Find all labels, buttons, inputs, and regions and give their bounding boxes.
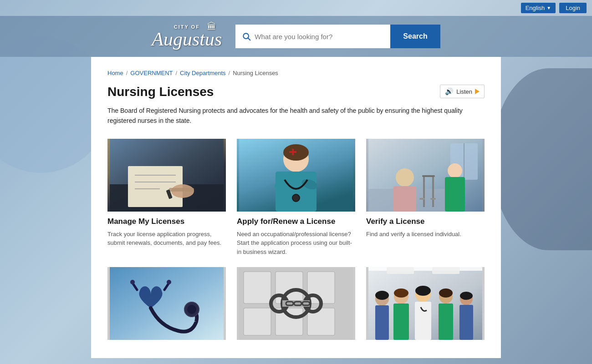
svg-rect-19 [289,151,296,153]
svg-rect-65 [415,302,431,340]
svg-rect-45 [244,308,271,335]
search-icon [242,32,251,41]
svg-point-72 [415,286,431,296]
speaker-icon: 🔊 [445,87,454,96]
search-area: Search [235,25,440,48]
chevron-down-icon: ▼ [546,5,551,10]
card-apply-desc: Need an occupational/professional licens… [237,230,355,257]
login-button[interactable]: Login [559,3,587,13]
card-manage-licenses[interactable]: Manage My Licenses Track your license ap… [107,139,226,257]
page-title-row: Nursing Licenses 🔊 Listen [107,85,485,99]
card-verify-license[interactable]: Verify a License Find and verify a licen… [366,139,485,257]
breadcrumb-government[interactable]: GOVERNMENT [130,70,173,76]
svg-point-38 [130,280,135,284]
page-title: Nursing Licenses [107,85,214,99]
content-wrapper: Home / GOVERNMENT / City Departments / N… [0,57,592,358]
card-image-writing [107,139,226,212]
listen-label: Listen [456,88,472,95]
card-manage-desc: Track your license application progress,… [107,230,226,248]
card-verify-desc: Find and verify a licensed individual. [366,230,485,239]
page-description: The Board of Registered Nursing protects… [107,106,485,126]
svg-rect-9 [169,188,194,192]
svg-rect-43 [276,272,303,303]
listen-button[interactable]: 🔊 Listen [440,85,485,98]
site-logo[interactable]: CITY OF 🏛 Augustus [152,24,222,49]
search-input[interactable] [255,33,384,40]
main-content: Home / GOVERNMENT / City Departments / N… [91,57,501,358]
card-group[interactable] [366,267,485,340]
svg-rect-29 [419,198,425,200]
cards-grid: Manage My Licenses Track your license ap… [107,139,485,340]
breadcrumb-sep-2: / [175,70,177,76]
card-image-handcuffs [237,267,355,340]
card-manage-title: Manage My Licenses [107,217,226,226]
svg-rect-69 [459,305,473,340]
card-stethoscope[interactable] [107,267,226,340]
svg-point-74 [460,292,473,300]
svg-rect-25 [393,186,416,212]
breadcrumb-sep-3: / [229,70,230,76]
svg-rect-63 [393,303,409,340]
svg-rect-26 [423,175,425,207]
breadcrumb-city-departments[interactable]: City Departments [180,70,225,76]
breadcrumb-home[interactable]: Home [107,70,123,76]
card-verify-title: Verify a License [366,217,485,226]
svg-rect-59 [432,267,459,274]
svg-point-16 [292,194,300,202]
svg-point-73 [439,288,453,298]
svg-point-35 [187,305,196,314]
svg-rect-58 [387,267,414,274]
search-button[interactable]: Search [390,25,440,48]
language-button[interactable]: English ▼ [521,3,556,13]
svg-rect-33 [110,267,224,340]
svg-rect-57 [368,267,482,271]
svg-rect-30 [430,198,436,200]
breadcrumb: Home / GOVERNMENT / City Departments / N… [107,70,485,76]
svg-rect-27 [432,175,434,207]
svg-rect-28 [422,175,435,177]
breadcrumb-current: Nursing Licenses [233,70,278,76]
card-apply-license[interactable]: Apply for/Renew a License Need an occupa… [237,139,355,257]
card-image-stethoscope [107,267,226,340]
breadcrumb-sep-1: / [126,70,128,76]
language-label: English [526,5,545,11]
top-bar: English ▼ Login [0,0,592,16]
svg-point-31 [448,163,462,178]
card-image-group [366,267,485,340]
svg-rect-61 [375,305,389,340]
card-apply-title: Apply for/Renew a License [237,217,355,226]
play-icon [475,89,480,94]
svg-rect-13 [276,172,316,212]
svg-rect-67 [439,303,453,340]
svg-point-24 [396,168,414,187]
svg-point-71 [394,288,408,298]
svg-point-39 [167,280,171,284]
site-header: CITY OF 🏛 Augustus Search [0,16,592,57]
svg-rect-32 [445,177,465,212]
card-image-elderly [366,139,485,212]
svg-rect-42 [244,272,271,303]
card-handcuffs[interactable] [237,267,355,340]
logo-building-icon: 🏛 [207,21,216,32]
card-image-nurse [237,139,355,212]
search-input-wrap [235,25,390,48]
svg-point-70 [375,291,389,300]
svg-line-1 [248,38,250,40]
